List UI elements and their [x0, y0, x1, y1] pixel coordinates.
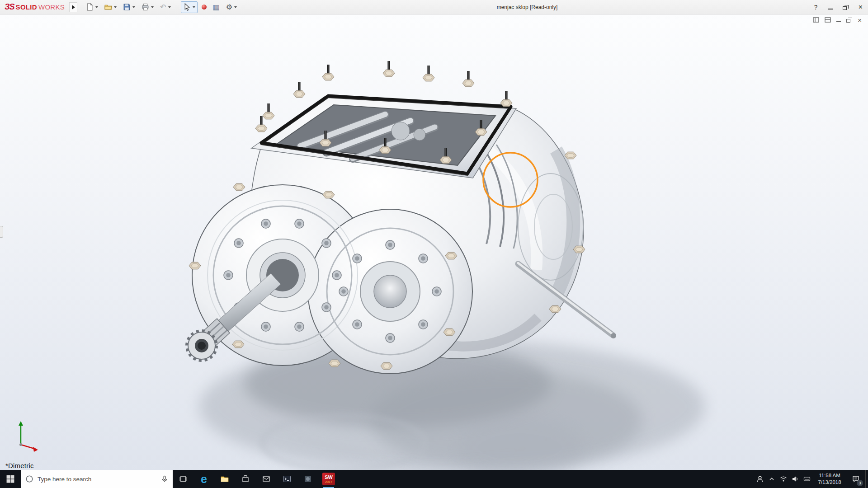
- app-button[interactable]: [297, 470, 318, 488]
- doc-close-button[interactable]: ×: [858, 16, 862, 23]
- appearances-button[interactable]: [199, 1, 209, 13]
- select-cursor-icon: [183, 3, 191, 11]
- help-button[interactable]: ?: [808, 0, 823, 14]
- model-render: [0, 14, 868, 470]
- doc-restore-button[interactable]: [846, 16, 852, 23]
- start-button[interactable]: [0, 470, 21, 488]
- wifi-icon: [780, 475, 787, 483]
- brand-name-light: WORKS: [38, 3, 65, 11]
- doc-pane-button-2[interactable]: [825, 16, 831, 23]
- new-document-icon: [86, 3, 94, 11]
- open-button[interactable]: [102, 1, 119, 13]
- windows-taskbar: e SW 2017 11:5: [0, 470, 868, 488]
- clock-date: 7/13/2018: [818, 479, 841, 486]
- graphics-viewport[interactable]: *Dimetric: [0, 14, 868, 470]
- notification-badge: 3: [857, 480, 863, 486]
- window-title: menjac sklop [Read-only]: [497, 4, 558, 10]
- quick-access-toolbar: ↶ ▦ ⚙: [84, 1, 239, 13]
- panel-expander-tab[interactable]: [0, 226, 3, 238]
- save-floppy-icon: [123, 3, 131, 11]
- gear-icon: ⚙: [226, 4, 232, 11]
- dropdown-caret-icon[interactable]: [234, 6, 237, 8]
- terminal-icon: [283, 475, 291, 483]
- pane-window-icon: [825, 17, 831, 23]
- dropdown-caret-icon[interactable]: [132, 6, 135, 8]
- envelope-icon: [262, 475, 270, 483]
- undo-button[interactable]: ↶: [158, 1, 173, 13]
- new-document-button[interactable]: [84, 1, 100, 13]
- clock-time: 11:58 AM: [819, 472, 840, 479]
- generic-app-icon: [304, 475, 312, 483]
- window-controls: ? ×: [808, 0, 868, 14]
- task-view-button[interactable]: [173, 470, 193, 488]
- restore-button[interactable]: [838, 0, 853, 14]
- taskbar-search[interactable]: [21, 470, 173, 488]
- dropdown-caret-icon[interactable]: [151, 6, 154, 8]
- show-desktop-button[interactable]: [865, 470, 868, 488]
- undo-icon: ↶: [160, 4, 166, 11]
- doc-minimize-button[interactable]: [836, 16, 841, 23]
- print-icon: [142, 3, 149, 11]
- speaker-icon: [792, 475, 799, 483]
- options-button[interactable]: ⚙: [224, 1, 239, 13]
- store-button[interactable]: [235, 470, 256, 488]
- windows-logo-icon: [6, 475, 14, 483]
- person-icon: [756, 475, 764, 483]
- ds-logo-icon: ЗS: [5, 2, 14, 12]
- folder-icon: [221, 475, 229, 483]
- select-tool-button[interactable]: [181, 1, 198, 13]
- file-explorer-button[interactable]: [214, 470, 235, 488]
- save-button[interactable]: [121, 1, 137, 13]
- action-center-button[interactable]: 3: [846, 470, 865, 488]
- solidworks-app-icon: SW 2017: [322, 473, 335, 485]
- open-folder-icon: [104, 3, 112, 11]
- mail-button[interactable]: [256, 470, 277, 488]
- appearance-sphere-icon: [202, 5, 207, 9]
- view-orientation-label: *Dimetric: [5, 462, 34, 469]
- app-title-bar: ЗS SOLIDWORKS ↶: [0, 0, 868, 14]
- dropdown-caret-icon[interactable]: [168, 6, 171, 8]
- network-button[interactable]: [778, 470, 789, 488]
- play-arrow-icon: [72, 5, 75, 9]
- minimize-button[interactable]: [823, 0, 838, 14]
- system-tray: 11:58 AM 7/13/2018 3: [754, 470, 868, 488]
- menu-expand-arrow-button[interactable]: [69, 2, 77, 12]
- minimize-icon: [836, 21, 841, 22]
- edge-button[interactable]: e: [193, 470, 214, 488]
- dropdown-caret-icon[interactable]: [95, 6, 98, 8]
- restore-icon: [843, 5, 849, 10]
- people-button[interactable]: [754, 470, 766, 488]
- tray-overflow-button[interactable]: [766, 470, 778, 488]
- orientation-triad-icon: [19, 421, 38, 452]
- search-input[interactable]: [38, 476, 157, 483]
- brand-name-bold: SOLID: [16, 3, 37, 11]
- chevron-up-icon: [768, 475, 775, 483]
- edge-icon: e: [201, 474, 207, 485]
- touch-keyboard-button[interactable]: [801, 470, 813, 488]
- taskbar-clock[interactable]: 11:58 AM 7/13/2018: [813, 470, 846, 488]
- solidworks-logo: ЗS SOLIDWORKS: [0, 0, 69, 14]
- console-button[interactable]: [277, 470, 297, 488]
- keyboard-icon: [803, 475, 811, 483]
- shopping-bag-icon: [241, 475, 250, 483]
- cortana-circle-icon: [25, 475, 33, 483]
- doc-pane-button[interactable]: [813, 16, 819, 23]
- dropdown-caret-icon[interactable]: [114, 6, 117, 8]
- close-button[interactable]: ×: [853, 0, 868, 14]
- solidworks-taskbar-button[interactable]: SW 2017: [318, 470, 339, 488]
- restore-icon: [846, 18, 852, 23]
- document-window-controls: ×: [813, 16, 862, 23]
- dropdown-caret-icon[interactable]: [193, 6, 195, 8]
- toolbar-separator: [177, 3, 177, 12]
- microphone-icon[interactable]: [161, 475, 168, 483]
- drawing-sheet-button[interactable]: ▦: [211, 1, 222, 13]
- minimize-icon: [828, 9, 833, 9]
- print-button[interactable]: [139, 1, 156, 13]
- pane-window-icon: [813, 17, 819, 23]
- volume-button[interactable]: [789, 470, 801, 488]
- task-view-icon: [179, 475, 187, 483]
- sheet-grid-icon: ▦: [213, 4, 220, 11]
